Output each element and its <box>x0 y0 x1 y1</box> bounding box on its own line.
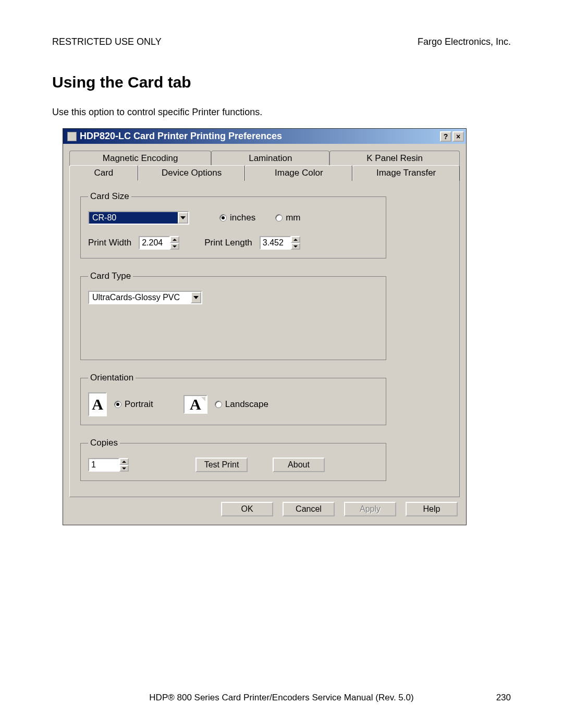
legend-card-size: Card Size <box>88 191 131 202</box>
printing-preferences-dialog: HDP820-LC Card Printer Printing Preferen… <box>63 128 467 525</box>
group-copies: Copies 1 Test Print <box>80 438 386 481</box>
titlebar-text: HDP820-LC Card Printer Printing Preferen… <box>80 131 439 142</box>
header-left: RESTRICTED USE ONLY <box>52 36 162 47</box>
help-button[interactable]: ? <box>440 131 451 142</box>
test-print-button[interactable]: Test Print <box>195 458 248 472</box>
spin-up-icon[interactable] <box>170 236 179 243</box>
group-orientation: Orientation A Portrait A Landscap <box>80 373 386 425</box>
radio-portrait-label: Portrait <box>125 399 153 410</box>
card-type-value: UltraCards-Glossy PVC <box>89 292 191 303</box>
radio-inches[interactable]: inches <box>219 213 255 223</box>
tab-card[interactable]: Card <box>69 165 138 181</box>
dropdown-arrow-icon[interactable] <box>191 292 201 303</box>
cancel-button[interactable]: Cancel <box>283 502 335 516</box>
tab-device-options[interactable]: Device Options <box>138 165 246 181</box>
radio-landscape-label: Landscape <box>225 399 268 410</box>
radio-dot-icon <box>275 214 283 221</box>
radio-mm-label: mm <box>286 213 300 223</box>
spin-down-icon[interactable] <box>170 243 179 250</box>
apply-button[interactable]: Apply <box>344 502 396 516</box>
legend-orientation: Orientation <box>88 373 136 383</box>
intro-text: Use this option to control specific Prin… <box>52 107 511 118</box>
legend-card-type: Card Type <box>88 271 133 281</box>
card-size-value: CR-80 <box>89 212 178 224</box>
tab-lamination[interactable]: Lamination <box>211 151 329 166</box>
card-size-combo[interactable]: CR-80 <box>88 211 189 225</box>
ok-button[interactable]: OK <box>221 502 273 516</box>
landscape-icon: A <box>183 395 207 414</box>
radio-landscape[interactable]: Landscape <box>215 399 268 410</box>
radio-portrait[interactable]: Portrait <box>114 399 153 410</box>
tab-image-transfer[interactable]: Image Transfer <box>352 165 460 181</box>
section-title: Using the Card tab <box>52 73 511 91</box>
tab-panel-card: Card Size CR-80 inches <box>69 180 460 497</box>
spin-down-icon[interactable] <box>291 243 300 250</box>
print-length-label: Print Length <box>204 238 252 248</box>
footer-text: HDP® 800 Series Card Printer/Encoders Se… <box>149 693 413 703</box>
group-card-type: Card Type UltraCards-Glossy PVC <box>80 271 386 360</box>
help-button-bottom[interactable]: Help <box>406 502 458 516</box>
legend-copies: Copies <box>88 438 120 448</box>
spin-down-icon[interactable] <box>119 465 129 472</box>
print-width-label: Print Width <box>88 238 131 248</box>
page-number: 230 <box>496 693 511 703</box>
portrait-icon: A <box>88 392 107 416</box>
spin-up-icon[interactable] <box>119 458 129 465</box>
titlebar[interactable]: HDP820-LC Card Printer Printing Preferen… <box>63 129 466 144</box>
tab-magnetic-encoding[interactable]: Magnetic Encoding <box>69 151 211 166</box>
about-button[interactable]: About <box>273 458 325 472</box>
dropdown-arrow-icon[interactable] <box>178 212 188 224</box>
app-icon <box>67 132 77 141</box>
tab-k-panel-resin[interactable]: K Panel Resin <box>329 151 460 166</box>
header-right: Fargo Electronics, Inc. <box>418 36 511 47</box>
print-width-value[interactable]: 2.204 <box>139 236 170 250</box>
radio-dot-icon <box>114 401 121 408</box>
copies-spinner[interactable]: 1 <box>88 458 129 472</box>
copies-value[interactable]: 1 <box>88 458 119 472</box>
card-type-combo[interactable]: UltraCards-Glossy PVC <box>88 291 202 304</box>
group-card-size: Card Size CR-80 inches <box>80 191 386 258</box>
spin-up-icon[interactable] <box>291 236 300 243</box>
radio-inches-label: inches <box>230 213 255 223</box>
close-button[interactable]: × <box>452 131 464 142</box>
print-length-value[interactable]: 3.452 <box>260 236 291 250</box>
radio-mm[interactable]: mm <box>275 213 300 223</box>
print-width-spinner[interactable]: 2.204 <box>139 236 179 250</box>
print-length-spinner[interactable]: 3.452 <box>260 236 300 250</box>
tab-image-color[interactable]: Image Color <box>245 165 352 181</box>
radio-dot-icon <box>219 214 227 221</box>
radio-dot-icon <box>215 401 222 408</box>
